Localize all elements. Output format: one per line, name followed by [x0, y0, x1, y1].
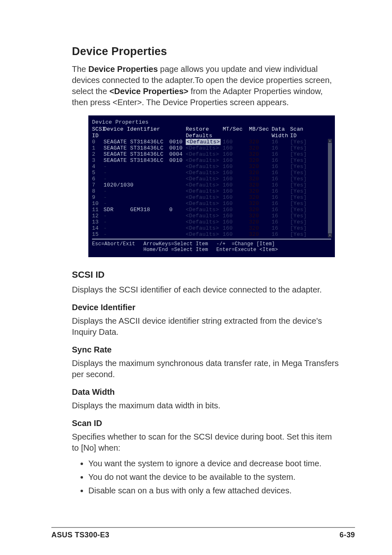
table-row[interactable]: 12-<Defaults>160 32016 [Yes]: [92, 213, 331, 219]
cell-mb-sec: 320: [249, 225, 272, 231]
table-row[interactable]: 3SEAGATE ST318436LC0010<Defaults>160 320…: [92, 157, 331, 164]
cell-restore-defaults[interactable]: <Defaults>: [186, 200, 223, 207]
cell-scan-id: [Yes]: [290, 200, 331, 207]
scan-id-bullets: You want the system to ignore a device a…: [72, 457, 341, 497]
cell-mt-sec: 160: [223, 188, 249, 194]
cell-scan-id: [Yes]: [290, 157, 331, 164]
cell-device-identifier: -: [104, 164, 169, 170]
scr-title: Device Properties: [92, 119, 331, 125]
cell-mt-sec: 160: [223, 207, 249, 213]
scrollbar[interactable]: ▴ ▾: [328, 139, 332, 237]
hdr-mtsec: MT/Sec: [223, 126, 249, 132]
cell-device-identifier: -: [104, 170, 169, 176]
cell-scan-id: [Yes]: [290, 151, 331, 157]
cell-scsi-id: 13: [92, 219, 104, 225]
cell-scan-id: [Yes]: [290, 207, 331, 213]
page-footer: ASUS TS300-E3 6-39: [51, 531, 355, 539]
bios-screenshot: Device Properties SCSI Device Identifier…: [88, 115, 335, 257]
cell-data-width: 16: [272, 145, 290, 151]
cell-restore-defaults[interactable]: <Defaults>: [186, 219, 223, 225]
cell-mt-sec: 160: [223, 157, 249, 164]
table-row[interactable]: 5-<Defaults>160 32016 [Yes]: [92, 170, 331, 176]
table-row[interactable]: 11SDR GEM3180<Defaults>160 32016 [Yes]: [92, 207, 331, 213]
cell-code: 0010: [169, 139, 186, 145]
hdr-data-width: Data: [272, 126, 290, 132]
table-row[interactable]: 2SEAGATE ST318436LC0004<Defaults>160 320…: [92, 151, 331, 157]
table-row[interactable]: 6-<Defaults>160 32016 [Yes]: [92, 176, 331, 182]
scr-header-row-1: SCSI Device Identifier Restore MT/Sec MB…: [92, 126, 331, 132]
cell-restore-defaults[interactable]: <Defaults>: [186, 188, 223, 194]
table-row[interactable]: 0SEAGATE ST318436LC0010<Defaults>160 320…: [92, 139, 331, 145]
foot-plusminus: -/+ =Change [Item]: [217, 241, 278, 247]
cell-restore-defaults[interactable]: <Defaults>: [186, 231, 223, 237]
cell-device-identifier: SDR GEM318: [104, 207, 169, 213]
cell-scan-id: [Yes]: [290, 176, 331, 182]
hdr-mbsec: MB/Sec: [249, 126, 272, 132]
table-row[interactable]: 1SEAGATE ST318436LC0010<Defaults>160 320…: [92, 145, 331, 151]
cell-scsi-id: 4: [92, 164, 104, 170]
table-row[interactable]: 9-<Defaults>160 32016 [Yes]: [92, 194, 331, 200]
desc-scsi-id: Displays the SCSI identifier of each dev…: [72, 284, 341, 295]
table-row[interactable]: 14-<Defaults>160 32016 [Yes]: [92, 225, 331, 231]
scroll-up-icon[interactable]: ▴: [328, 139, 332, 143]
cell-code: 0010: [169, 157, 186, 164]
cell-mt-sec: 160: [223, 200, 249, 207]
scr-body: ▴ ▾ 0SEAGATE ST318436LC0010<Defaults>160…: [92, 139, 331, 237]
cell-device-identifier: -: [104, 188, 169, 194]
table-row[interactable]: 15-<Defaults>160 32016 [Yes]: [92, 231, 331, 237]
cell-mb-sec: 320: [249, 151, 272, 157]
hdr-device-identifier: Device Identifier: [104, 126, 169, 132]
cell-scsi-id: 12: [92, 213, 104, 219]
cell-restore-defaults[interactable]: <Defaults>: [186, 145, 223, 151]
cell-device-identifier: -: [104, 176, 169, 182]
table-row[interactable]: 4-<Defaults>160 32016 [Yes]: [92, 164, 331, 170]
cell-data-width: 16: [272, 231, 290, 237]
cell-mb-sec: 320: [249, 194, 272, 200]
foot-esc: Esc=Abort/Exit: [92, 241, 135, 253]
cell-restore-defaults[interactable]: <Defaults>: [186, 164, 223, 170]
cell-data-width: 16: [272, 164, 290, 170]
cell-device-identifier: SEAGATE ST318436LC: [104, 157, 169, 164]
heading-device-identifier: Device Identifier: [72, 303, 341, 312]
cell-device-identifier: -: [104, 219, 169, 225]
cell-scsi-id: 6: [92, 176, 104, 182]
footer-left: ASUS TS300-E3: [51, 531, 109, 539]
table-row[interactable]: 8-<Defaults>160 32016 [Yes]: [92, 188, 331, 194]
scr-footer: Esc=Abort/Exit ArrowKeys=Select Item Hom…: [92, 241, 331, 253]
cell-data-width: 16: [272, 219, 290, 225]
cell-restore-defaults[interactable]: <Defaults>: [186, 225, 223, 231]
table-row[interactable]: 10-<Defaults>160 32016 [Yes]: [92, 200, 331, 207]
cell-restore-defaults[interactable]: <Defaults>: [186, 139, 223, 145]
cell-restore-defaults[interactable]: <Defaults>: [186, 182, 223, 188]
cell-restore-defaults[interactable]: <Defaults>: [186, 194, 223, 200]
table-row[interactable]: 13-<Defaults>160 32016 [Yes]: [92, 219, 331, 225]
cell-mt-sec: 160: [223, 213, 249, 219]
table-row[interactable]: 71020/1030<Defaults>160 32016 [Yes]: [92, 182, 331, 188]
cell-device-identifier: -: [104, 231, 169, 237]
cell-restore-defaults[interactable]: <Defaults>: [186, 176, 223, 182]
cell-restore-defaults[interactable]: <Defaults>: [186, 157, 223, 164]
cell-scan-id: [Yes]: [290, 231, 331, 237]
cell-mt-sec: 160: [223, 170, 249, 176]
intro-d: <Device Properties>: [109, 87, 188, 96]
cell-scsi-id: 10: [92, 200, 104, 207]
list-item: Disable scan on a bus with only a few at…: [88, 484, 341, 497]
hdr-scsi: SCSI: [92, 126, 104, 132]
scroll-down-icon[interactable]: ▾: [328, 233, 332, 237]
cell-mb-sec: 320: [249, 207, 272, 213]
cell-data-width: 16: [272, 151, 290, 157]
cell-restore-defaults[interactable]: <Defaults>: [186, 207, 223, 213]
intro-b: Device Properties: [88, 64, 158, 74]
cell-restore-defaults[interactable]: <Defaults>: [186, 170, 223, 176]
cell-mt-sec: 160: [223, 139, 249, 145]
cell-mb-sec: 320: [249, 145, 272, 151]
page-title: Device Properties: [72, 45, 341, 58]
cell-restore-defaults[interactable]: <Defaults>: [186, 151, 223, 157]
cell-restore-defaults[interactable]: <Defaults>: [186, 213, 223, 219]
cell-mb-sec: 320: [249, 219, 272, 225]
cell-mb-sec: 320: [249, 200, 272, 207]
cell-data-width: 16: [272, 170, 290, 176]
footer-rule: [51, 527, 355, 528]
cell-device-identifier: -: [104, 225, 169, 231]
list-item: You do not want the device to be availab…: [88, 470, 341, 484]
